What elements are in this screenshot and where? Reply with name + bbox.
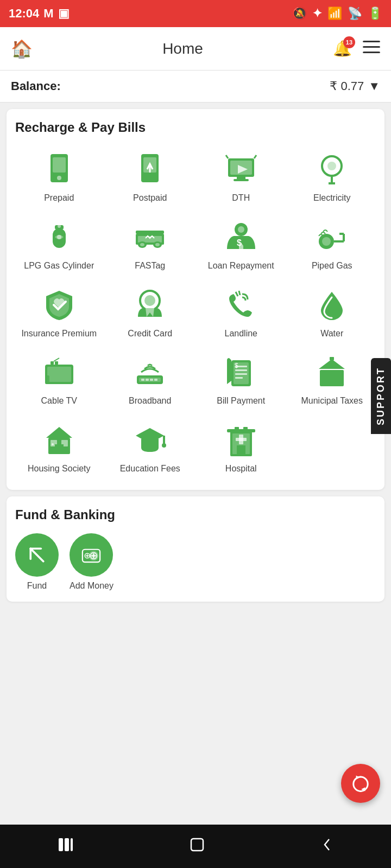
bill-payment-item[interactable]: $ Bill Payment — [197, 349, 285, 411]
broadband-icon — [131, 353, 169, 391]
broadband-label: Broadband — [129, 395, 171, 407]
broadband-item[interactable]: Broadband — [106, 349, 194, 411]
svg-rect-71 — [55, 444, 64, 454]
hospital-icon — [222, 421, 260, 459]
piped-gas-icon — [313, 218, 351, 256]
svg-rect-57 — [235, 373, 247, 375]
banking-grid: Fund Add Money — [15, 533, 376, 591]
svg-rect-63 — [335, 375, 340, 386]
svg-rect-96 — [71, 838, 73, 851]
electricity-icon — [313, 150, 351, 188]
notification-badge: 13 — [343, 36, 355, 48]
svg-rect-50 — [146, 379, 149, 381]
gmail-icon: M — [43, 7, 53, 21]
hospital-item[interactable]: Hospital — [197, 417, 285, 479]
home-icon[interactable]: 🏠 — [11, 39, 33, 59]
education-fees-item[interactable]: Education Fees — [106, 417, 194, 479]
credit-card-item[interactable]: Credit Card — [106, 282, 194, 344]
svg-point-35 — [322, 237, 331, 246]
svg-rect-1 — [363, 46, 380, 48]
lpg-gas-item[interactable]: LPG Gas Cylinder — [15, 214, 103, 276]
svg-point-30 — [155, 243, 160, 246]
svg-point-17 — [327, 162, 336, 170]
fund-label: Fund — [27, 581, 47, 591]
svg-rect-42 — [47, 367, 71, 382]
credit-card-icon — [131, 286, 169, 324]
svg-rect-64 — [329, 375, 335, 383]
svg-rect-2 — [363, 52, 380, 53]
battery-icon: 🔋 — [368, 7, 382, 21]
piped-gas-label: Piped Gas — [312, 260, 352, 272]
prepaid-item[interactable]: Prepaid — [15, 146, 103, 208]
svg-point-32 — [238, 226, 244, 233]
bell-button[interactable]: 🔔 13 — [333, 40, 352, 58]
svg-rect-95 — [65, 838, 69, 851]
landline-item[interactable]: Landline — [197, 282, 285, 344]
svg-point-23 — [57, 235, 61, 239]
electricity-label: Electricity — [313, 193, 350, 204]
svg-rect-49 — [141, 379, 144, 381]
municipal-taxes-item[interactable]: Municipal Taxes — [288, 349, 376, 411]
water-item[interactable]: Water — [288, 282, 376, 344]
signal-icon: 📡 — [348, 7, 362, 21]
fastag-icon — [131, 218, 169, 256]
services-grid: Prepaid Postpaid — [15, 146, 376, 479]
svg-line-15 — [254, 155, 256, 158]
education-fees-label: Education Fees — [120, 463, 180, 475]
piped-gas-item[interactable]: Piped Gas — [288, 214, 376, 276]
fund-item[interactable]: Fund — [15, 533, 59, 591]
dropdown-icon: ▼ — [368, 79, 380, 93]
svg-rect-79 — [236, 438, 247, 441]
fastag-label: FASTag — [135, 260, 165, 272]
home-button[interactable] — [173, 831, 222, 862]
water-label: Water — [320, 328, 343, 340]
cable-tv-item[interactable]: Cable TV — [15, 349, 103, 411]
recent-apps-button[interactable] — [41, 832, 90, 861]
municipal-taxes-label: Municipal Taxes — [301, 395, 363, 407]
svg-rect-72 — [52, 443, 54, 445]
insurance-item[interactable]: Insurance Premium — [15, 282, 103, 344]
back-button[interactable] — [304, 832, 350, 861]
refresh-fab[interactable] — [341, 764, 380, 803]
svg-point-29 — [140, 243, 144, 246]
fund-icon — [15, 533, 59, 577]
dth-item[interactable]: DTH — [197, 146, 285, 208]
svg-rect-13 — [234, 179, 249, 181]
svg-rect-82 — [235, 427, 239, 430]
status-time: 12:04 — [9, 7, 39, 21]
svg-marker-67 — [46, 427, 72, 438]
electricity-item[interactable]: Electricity — [288, 146, 376, 208]
fund-banking-title: Fund & Banking — [15, 507, 376, 522]
svg-line-14 — [226, 155, 228, 158]
housing-society-item[interactable]: Housing Society — [15, 417, 103, 479]
support-tab[interactable]: SUPPORT — [371, 358, 391, 434]
svg-marker-61 — [319, 359, 345, 369]
education-fees-icon — [131, 421, 169, 459]
cable-tv-icon — [40, 353, 78, 391]
bottom-nav — [0, 825, 391, 868]
recharge-card: Recharge & Pay Bills Prepaid Postpaid — [7, 109, 384, 490]
fastag-item[interactable]: FASTag — [106, 214, 194, 276]
fund-banking-card: Fund & Banking Fund — [7, 496, 384, 602]
landline-icon — [222, 286, 260, 324]
credit-card-label: Credit Card — [128, 328, 172, 340]
add-money-icon — [70, 533, 113, 577]
svg-rect-62 — [323, 375, 329, 386]
add-money-item[interactable]: Add Money — [70, 533, 113, 591]
balance-amount[interactable]: ₹ 0.77 ▼ — [330, 79, 380, 93]
postpaid-item[interactable]: Postpaid — [106, 146, 194, 208]
balance-bar: Balance: ₹ 0.77 ▼ — [0, 71, 391, 103]
svg-rect-4 — [53, 157, 66, 173]
menu-button[interactable] — [363, 40, 380, 58]
header-icons: 🔔 13 — [333, 40, 380, 58]
svg-rect-0 — [363, 41, 380, 42]
landline-label: Landline — [225, 328, 258, 340]
svg-rect-45 — [55, 361, 58, 365]
svg-rect-58 — [235, 377, 243, 379]
bill-payment-label: Bill Payment — [217, 395, 265, 407]
postpaid-label: Postpaid — [133, 193, 167, 204]
loan-repayment-item[interactable]: $ Loan Repayment — [197, 214, 285, 276]
municipal-taxes-icon — [313, 353, 351, 391]
svg-rect-12 — [237, 177, 245, 179]
postpaid-icon — [131, 150, 169, 188]
